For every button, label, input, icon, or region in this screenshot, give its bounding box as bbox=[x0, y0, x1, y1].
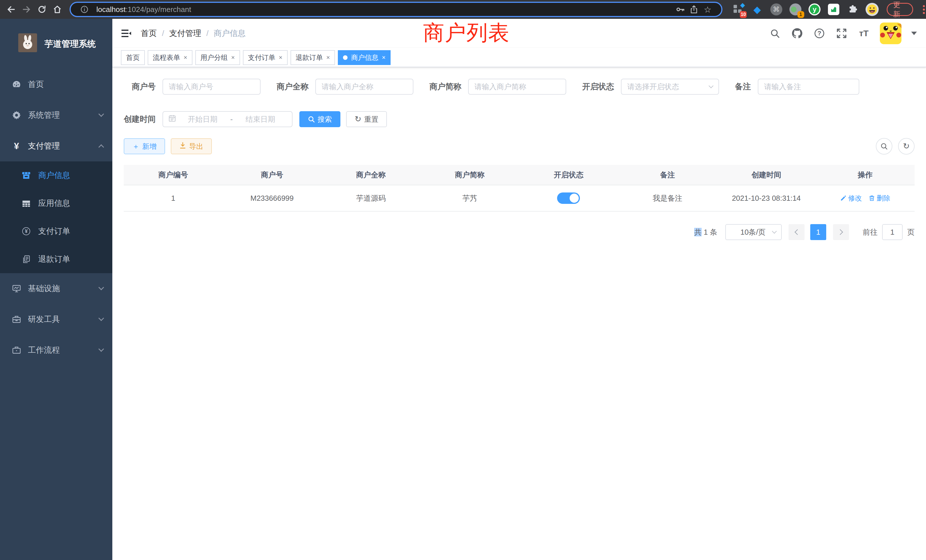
chevron-down-icon bbox=[98, 285, 104, 290]
end-date-placeholder: 结束日期 bbox=[234, 114, 287, 124]
browser-home-icon[interactable] bbox=[50, 2, 65, 17]
cell-create-time: 2021-10-23 08:31:14 bbox=[717, 194, 816, 203]
puzzle-extensions-icon[interactable] bbox=[846, 3, 859, 16]
tags-view-bar: 首页 流程表单× 用户分组× 支付订单× 退款订单× 商户信息× bbox=[112, 48, 926, 67]
session-extension-icon[interactable]: 1 bbox=[789, 3, 802, 16]
extension-badge: 1 bbox=[797, 11, 804, 18]
user-avatar[interactable] bbox=[880, 23, 902, 44]
edit-link[interactable]: 修改 bbox=[840, 194, 862, 203]
merchant-no-input[interactable] bbox=[162, 79, 260, 95]
remark-input[interactable] bbox=[758, 79, 859, 95]
browser-update-button[interactable]: 更新 bbox=[887, 3, 913, 16]
sidebar-item-home[interactable]: 首页 bbox=[0, 69, 112, 100]
password-key-icon[interactable] bbox=[673, 3, 687, 16]
breadcrumb-home[interactable]: 首页 bbox=[141, 28, 157, 39]
help-icon[interactable]: ? bbox=[813, 27, 826, 39]
prev-page-button[interactable] bbox=[788, 224, 805, 240]
tab-home[interactable]: 首页 bbox=[121, 50, 145, 65]
search-button[interactable]: 搜索 bbox=[300, 111, 340, 127]
create-time-range-picker[interactable]: 开始日期 - 结束日期 bbox=[162, 111, 292, 127]
extension-badge: 10 bbox=[740, 11, 747, 18]
close-icon[interactable]: × bbox=[382, 54, 386, 61]
grid-icon bbox=[21, 199, 32, 207]
logo-avatar bbox=[18, 33, 37, 54]
cell-full-name: 芋道源码 bbox=[322, 193, 421, 203]
url-path: :1024/pay/merchant bbox=[126, 5, 191, 14]
sidebar-item-devtools[interactable]: 研发工具 bbox=[0, 304, 112, 335]
yen-icon: ¥ bbox=[10, 141, 23, 151]
status-label: 开启状态 bbox=[582, 81, 621, 92]
page-size-select[interactable]: 10条/页 bbox=[725, 224, 782, 240]
merchant-no-label: 商户号 bbox=[124, 81, 162, 92]
bookmark-star-icon[interactable]: ☆ bbox=[701, 3, 714, 16]
create-time-label: 创建时间 bbox=[124, 114, 162, 125]
profile-avatar-icon[interactable] bbox=[865, 3, 879, 16]
remark-label: 备注 bbox=[735, 81, 758, 92]
fullscreen-icon[interactable] bbox=[835, 27, 848, 39]
browser-reload-icon[interactable] bbox=[34, 2, 50, 17]
pinned-extension-icon[interactable]: ◆ 10 bbox=[732, 3, 744, 16]
page-1-button[interactable]: 1 bbox=[810, 224, 826, 240]
close-icon[interactable]: × bbox=[231, 54, 235, 61]
add-button[interactable]: ＋ 新增 bbox=[124, 138, 165, 154]
refresh-table-button[interactable]: ↻ bbox=[898, 138, 915, 154]
cell-remark: 我是备注 bbox=[618, 193, 717, 203]
calendar-icon bbox=[168, 114, 176, 125]
sidebar-item-system[interactable]: 系统管理 bbox=[0, 100, 112, 130]
sidebar-item-workflow[interactable]: 工作流程 bbox=[0, 335, 112, 366]
sidebar-item-refund-order[interactable]: 退款订单 bbox=[0, 245, 112, 273]
delete-link[interactable]: 删除 bbox=[869, 194, 890, 203]
header-search-icon[interactable] bbox=[769, 27, 781, 39]
monitor-icon bbox=[10, 284, 23, 293]
sidebar-item-merchant-info[interactable]: 商户信息 bbox=[0, 161, 112, 189]
short-name-input[interactable] bbox=[468, 79, 566, 95]
site-info-icon[interactable] bbox=[77, 3, 91, 16]
reset-button[interactable]: ↻ 重置 bbox=[346, 111, 387, 127]
tab-merchant-info[interactable]: 商户信息× bbox=[338, 50, 390, 65]
notes-extension-icon[interactable] bbox=[828, 3, 840, 16]
sidebar-item-infra[interactable]: 基础设施 bbox=[0, 273, 112, 304]
y-extension-icon[interactable]: y bbox=[808, 3, 821, 16]
refresh-icon: ↻ bbox=[903, 142, 909, 150]
app-logo[interactable]: 芋道管理系统 bbox=[0, 19, 112, 69]
status-select[interactable]: 请选择开启状态 bbox=[621, 79, 719, 95]
trash-icon bbox=[869, 195, 875, 201]
tab-refund-order[interactable]: 退款订单× bbox=[291, 50, 335, 65]
sidebar-toggle-icon[interactable] bbox=[121, 29, 131, 38]
export-button[interactable]: 导出 bbox=[171, 138, 212, 154]
share-icon[interactable] bbox=[687, 3, 701, 16]
cell-merchant-no: M233666999 bbox=[222, 194, 322, 203]
chevron-left-icon bbox=[794, 229, 800, 235]
font-size-icon[interactable]: тT bbox=[858, 27, 870, 39]
short-name-label: 商户简称 bbox=[429, 81, 468, 92]
browser-forward-icon[interactable] bbox=[19, 2, 34, 17]
close-icon[interactable]: × bbox=[327, 54, 330, 61]
sidebar-item-pay-order[interactable]: ¥ 支付订单 bbox=[0, 217, 112, 245]
tab-process-form[interactable]: 流程表单× bbox=[148, 50, 192, 65]
next-page-button[interactable] bbox=[833, 224, 849, 240]
sidebar-item-app-info[interactable]: 应用信息 bbox=[0, 189, 112, 217]
screen: localhost:1024/pay/merchant ☆ ◆ 10 ◆ ⌘ 1… bbox=[0, 0, 926, 560]
download-icon bbox=[179, 142, 186, 151]
show-search-toggle-button[interactable] bbox=[876, 138, 892, 154]
full-name-input[interactable] bbox=[315, 79, 413, 95]
command-extension-icon[interactable]: ⌘ bbox=[770, 3, 782, 16]
tab-pay-order[interactable]: 支付订单× bbox=[243, 50, 287, 65]
goto-page-input[interactable] bbox=[882, 224, 903, 240]
close-icon[interactable]: × bbox=[184, 54, 187, 61]
breadcrumb-pay[interactable]: 支付管理 bbox=[169, 28, 201, 39]
browser-back-icon[interactable] bbox=[3, 2, 19, 17]
toolbox-icon bbox=[10, 315, 23, 324]
github-icon[interactable] bbox=[791, 27, 803, 39]
avatar-caret-icon[interactable] bbox=[911, 32, 917, 35]
breadcrumb-current: 商户信息 bbox=[214, 28, 246, 39]
browser-menu-icon[interactable] bbox=[921, 3, 926, 16]
address-bar[interactable]: localhost:1024/pay/merchant ☆ bbox=[70, 2, 722, 17]
close-icon[interactable]: × bbox=[279, 54, 283, 61]
yen-circle-icon: ¥ bbox=[21, 227, 32, 235]
top-navbar: 首页 / 支付管理 / 商户信息 ? bbox=[112, 19, 926, 48]
gem-extension-icon[interactable]: ◆ bbox=[750, 3, 764, 16]
tab-user-group[interactable]: 用户分组× bbox=[195, 50, 240, 65]
status-toggle[interactable] bbox=[557, 192, 580, 204]
sidebar-item-pay[interactable]: ¥ 支付管理 bbox=[0, 130, 112, 161]
